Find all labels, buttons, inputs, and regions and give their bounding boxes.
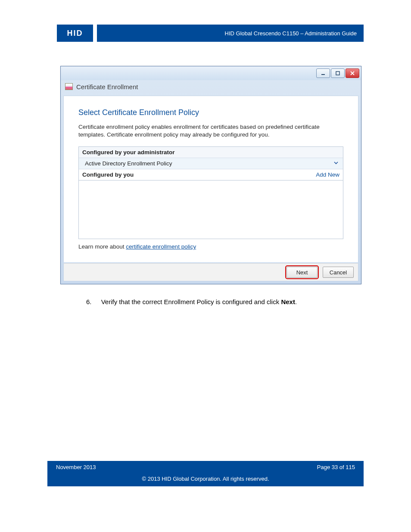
next-button[interactable]: Next — [286, 267, 318, 278]
footer-copyright: © 2013 HID Global Corporation. All right… — [142, 476, 269, 482]
add-new-link[interactable]: Add New — [316, 171, 339, 178]
window-body: Select Certificate Enrollment Policy Cer… — [63, 96, 358, 262]
svg-rect-0 — [321, 74, 325, 75]
policy-item[interactable]: Active Directory Enrollment Policy — [79, 158, 343, 169]
instruction-line: 6. Verify that the correct Enrollment Po… — [86, 298, 297, 305]
close-button[interactable] — [346, 68, 359, 78]
user-section-row: Configured by you Add New — [79, 169, 343, 180]
chevron-down-icon — [333, 160, 339, 167]
minimize-button[interactable] — [316, 68, 330, 78]
admin-section-header: Configured by your administrator — [79, 147, 343, 158]
learn-more-link[interactable]: certificate enrollment policy — [126, 243, 196, 250]
footer-page: Page 33 of 115 — [317, 464, 355, 470]
window-title: Certificate Enrollment — [76, 83, 138, 90]
policy-blank-area — [78, 180, 343, 239]
user-section-header: Configured by you — [82, 171, 134, 178]
policy-item-label: Active Directory Enrollment Policy — [85, 160, 172, 167]
instruction-number: 6. — [86, 298, 92, 305]
dialog-window: Certificate Enrollment Select Certificat… — [60, 66, 361, 284]
header-bar: HID Global Crescendo C1150 – Administrat… — [97, 25, 364, 42]
certificate-icon — [65, 83, 73, 90]
svg-rect-1 — [336, 72, 339, 75]
button-row: Next Cancel — [63, 263, 358, 281]
logo-text: HID — [67, 29, 83, 38]
learn-more-prefix: Learn more about — [78, 243, 126, 250]
instruction-text-after: . — [295, 298, 297, 305]
footer: November 2013 Page 33 of 115 © 2013 HID … — [47, 461, 364, 486]
instruction-bold: Next — [281, 298, 295, 305]
instruction-text-before: Verify that the correct Enrollment Polic… — [101, 298, 281, 305]
policy-list: Configured by your administrator Active … — [78, 146, 343, 180]
dialog-description: Certificate enrollment policy enables en… — [78, 123, 343, 139]
dialog-heading: Select Certificate Enrollment Policy — [78, 108, 343, 117]
cancel-button[interactable]: Cancel — [323, 267, 354, 278]
learn-more-row: Learn more about certificate enrollment … — [78, 243, 343, 250]
header-title: HID Global Crescendo C1150 – Administrat… — [225, 30, 357, 37]
titlebar — [61, 66, 361, 80]
logo: HID — [57, 25, 93, 42]
maximize-button[interactable] — [331, 68, 345, 78]
window-subtitle-row: Certificate Enrollment — [61, 80, 361, 93]
footer-date: November 2013 — [56, 464, 96, 470]
